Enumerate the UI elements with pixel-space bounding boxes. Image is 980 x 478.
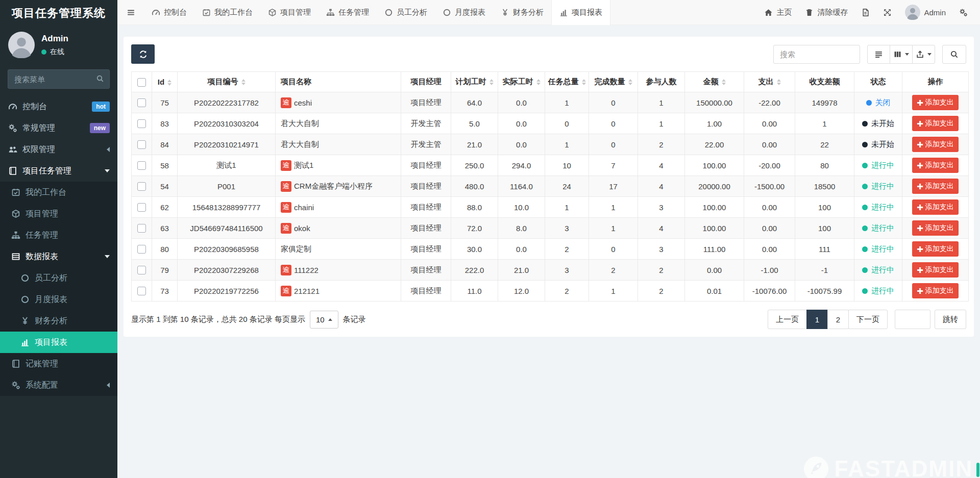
row-checkbox[interactable] bbox=[137, 140, 146, 149]
sidebar-item-label: 财务分析 bbox=[35, 316, 67, 326]
sidebar-item-label: 控制台 bbox=[22, 102, 47, 112]
status-badge: 进行中 bbox=[862, 223, 894, 233]
nav-tab[interactable]: 项目管理 bbox=[260, 0, 318, 25]
add-expense-button[interactable]: ✚ 添加支出 bbox=[912, 199, 959, 215]
add-expense-button[interactable]: ✚ 添加支出 bbox=[912, 241, 959, 257]
sidebar-item[interactable]: 财务分析 bbox=[0, 310, 117, 332]
select-all-checkbox[interactable] bbox=[137, 78, 146, 87]
sidebar-item[interactable]: 系统配置 bbox=[0, 374, 117, 396]
column-header[interactable]: 状态 bbox=[854, 72, 902, 92]
nav-tab[interactable]: 控制台 bbox=[144, 0, 194, 25]
nav-tab[interactable]: 财务分析 bbox=[493, 0, 551, 25]
row-checkbox[interactable] bbox=[137, 203, 146, 212]
sort-icon[interactable] bbox=[722, 79, 726, 85]
cell-project-name: 君大大自制 bbox=[276, 113, 401, 134]
add-expense-button[interactable]: ✚ 添加支出 bbox=[912, 158, 959, 173]
sidebar-item[interactable]: 项目管理 bbox=[0, 203, 117, 224]
row-checkbox[interactable] bbox=[137, 287, 146, 295]
add-expense-button[interactable]: ✚ 添加支出 bbox=[912, 283, 959, 298]
home-link[interactable]: 主页 bbox=[764, 8, 792, 17]
cell-expense: -22.00 bbox=[744, 92, 795, 113]
refresh-icon bbox=[139, 50, 148, 59]
column-header[interactable]: 参与人数 bbox=[638, 72, 685, 92]
row-checkbox[interactable] bbox=[137, 98, 146, 107]
sort-icon[interactable] bbox=[167, 80, 172, 86]
sidebar-item[interactable]: 数据报表 bbox=[0, 246, 117, 267]
column-header[interactable]: 计划工时 bbox=[451, 72, 498, 92]
column-header[interactable]: 项目名称 bbox=[276, 72, 401, 92]
jump-page-input[interactable] bbox=[895, 310, 930, 329]
sidebar-item[interactable]: 控制台 hot bbox=[0, 96, 117, 117]
row-checkbox[interactable] bbox=[137, 266, 146, 274]
user-menu[interactable]: Admin bbox=[905, 5, 946, 20]
add-expense-button[interactable]: ✚ 添加支出 bbox=[912, 137, 959, 152]
page-button[interactable]: 2 bbox=[827, 310, 849, 329]
column-header[interactable]: 任务总量 bbox=[545, 72, 589, 92]
sidebar-item[interactable]: 月度报表 bbox=[0, 289, 117, 310]
jump-button[interactable]: 跳转 bbox=[935, 310, 966, 329]
sort-icon[interactable] bbox=[241, 79, 246, 85]
column-header[interactable]: 金额 bbox=[685, 72, 744, 92]
per-page-dropdown[interactable]: 10 bbox=[310, 311, 338, 329]
sidebar-search-input[interactable] bbox=[8, 69, 110, 89]
cell-task-total: 3 bbox=[545, 218, 589, 239]
add-expense-button[interactable]: ✚ 添加支出 bbox=[912, 116, 959, 131]
table-header-row: Id 项目编号 项目名称 项目经理 bbox=[132, 72, 969, 92]
row-checkbox[interactable] bbox=[137, 161, 146, 170]
sidebar-item[interactable]: 项目报表 bbox=[0, 332, 117, 353]
column-header[interactable]: 实际工时 bbox=[498, 72, 545, 92]
column-header[interactable]: 操作 bbox=[902, 72, 969, 92]
docs-button[interactable] bbox=[861, 8, 870, 17]
sort-icon[interactable] bbox=[489, 79, 494, 85]
sort-icon[interactable] bbox=[582, 79, 586, 85]
column-header[interactable]: 支出 bbox=[744, 72, 795, 92]
sort-icon[interactable] bbox=[628, 79, 632, 85]
sidebar-item[interactable]: 常规管理 new bbox=[0, 117, 117, 139]
row-checkbox[interactable] bbox=[137, 119, 146, 128]
add-expense-button[interactable]: ✚ 添加支出 bbox=[912, 220, 959, 236]
cell-project-name: 逾 测试1 bbox=[276, 155, 401, 176]
column-header[interactable]: 收支差额 bbox=[795, 72, 854, 92]
export-button[interactable] bbox=[912, 45, 935, 64]
nav-tab[interactable]: 月度报表 bbox=[435, 0, 493, 25]
sidebar-item[interactable]: 权限管理 bbox=[0, 139, 117, 160]
sort-icon[interactable] bbox=[536, 79, 541, 85]
column-header[interactable]: Id bbox=[152, 72, 178, 92]
nav-tab[interactable]: 任务管理 bbox=[318, 0, 377, 25]
next-page-button[interactable]: 下一页 bbox=[848, 310, 888, 329]
sidebar-item[interactable]: 任务管理 bbox=[0, 224, 117, 246]
nav-tab-label: 控制台 bbox=[164, 8, 187, 17]
settings-button[interactable] bbox=[959, 8, 968, 17]
cell-project-code: P20220307229268 bbox=[178, 260, 276, 281]
add-expense-button[interactable]: ✚ 添加支出 bbox=[912, 262, 959, 278]
row-checkbox[interactable] bbox=[137, 245, 146, 254]
columns-button[interactable] bbox=[890, 45, 913, 64]
cell-manager: 项目经理 bbox=[401, 218, 451, 239]
sidebar-item[interactable]: 项目任务管理 bbox=[0, 160, 117, 182]
sort-icon[interactable] bbox=[777, 79, 781, 85]
add-expense-button[interactable]: ✚ 添加支出 bbox=[912, 179, 959, 194]
sidebar-item[interactable]: 我的工作台 bbox=[0, 182, 117, 203]
sidebar-item[interactable]: 员工分析 bbox=[0, 267, 117, 289]
add-expense-button[interactable]: ✚ 添加支出 bbox=[912, 95, 959, 110]
nav-tab[interactable]: 我的工作台 bbox=[194, 0, 260, 25]
fullscreen-button[interactable] bbox=[883, 8, 892, 17]
row-checkbox[interactable] bbox=[137, 182, 146, 191]
refresh-button[interactable] bbox=[131, 44, 155, 64]
row-checkbox[interactable] bbox=[137, 224, 146, 233]
scrollbar-thumb[interactable] bbox=[976, 463, 979, 477]
nav-tab[interactable]: 员工分析 bbox=[377, 0, 435, 25]
page-button[interactable]: 1 bbox=[806, 310, 828, 329]
sidebar-item[interactable]: 记账管理 bbox=[0, 353, 117, 374]
clear-cache-link[interactable]: 清除缓存 bbox=[805, 8, 848, 17]
prev-page-button[interactable]: 上一页 bbox=[768, 310, 807, 329]
column-header[interactable]: 项目编号 bbox=[178, 72, 276, 92]
user-status: 在线 bbox=[41, 47, 68, 57]
column-header[interactable]: 项目经理 bbox=[401, 72, 451, 92]
column-header[interactable]: 完成数量 bbox=[589, 72, 638, 92]
advanced-search-button[interactable] bbox=[942, 45, 966, 64]
menu-toggle-button[interactable] bbox=[117, 0, 144, 25]
nav-tab[interactable]: 项目报表 bbox=[551, 0, 610, 25]
detail-view-button[interactable] bbox=[867, 45, 890, 64]
table-search-input[interactable] bbox=[773, 45, 860, 64]
